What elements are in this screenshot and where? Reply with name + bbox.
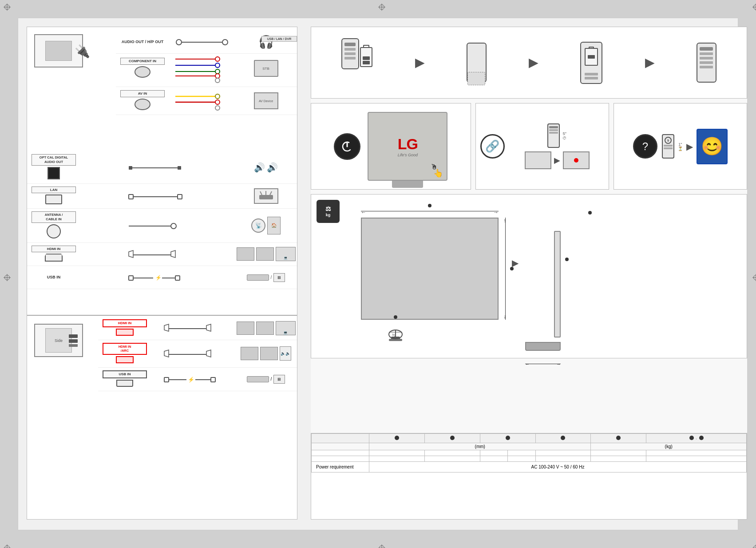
battery-step-3 <box>580 42 602 84</box>
component-in-row: COMPONENT IN <box>116 50 297 87</box>
help-section: ? 9 1"⏳ ▶ 😊 <box>614 103 747 190</box>
usb-in-side-row: USB IN ⚡ / ⊞ <box>98 368 297 391</box>
left-panel: 🔌 AUDIO OUT / H/P OUT 🎧 <box>27 27 297 520</box>
component-in-label: COMPONENT IN <box>120 58 165 79</box>
svg-marker-31 <box>129 250 133 258</box>
wizard-character: 😊 <box>697 129 728 164</box>
kg-icon: ⚖ kg <box>317 200 340 223</box>
usb-cable-side: ⚡ <box>147 373 239 385</box>
optical-row: OPT CAL DIGITALAUDIO OUT 🔊 🔊 <box>27 151 297 184</box>
av-device: AV Device <box>239 92 293 109</box>
av-in-label: AV IN <box>120 90 165 111</box>
av-cable <box>165 90 239 112</box>
audio-out-label: AUDIO OUT / H/P OUT <box>120 40 165 44</box>
hdmi-arc-devices: 🔈🔈 <box>239 346 293 361</box>
usb-in-label: USB IN <box>32 275 76 280</box>
svg-marker-41 <box>206 324 211 331</box>
stand-arrow: ▶ <box>512 258 519 268</box>
hdmi-in-row: HDMI IN 💻 <box>27 243 297 266</box>
lan-cable <box>76 191 239 202</box>
router-device <box>239 188 293 204</box>
component-cable <box>165 53 239 84</box>
usb-in-row: USB IN ⚡ / ⊞ <box>27 266 297 289</box>
svg-rect-22 <box>129 195 133 199</box>
svg-marker-42 <box>164 350 169 357</box>
link-icon: 🔗 <box>480 134 505 159</box>
tv-dimension-box <box>361 218 499 320</box>
svg-rect-34 <box>129 276 133 280</box>
battery-step-4 <box>697 43 716 83</box>
svg-point-8 <box>215 57 220 61</box>
stand-profile: → ← <box>525 231 561 351</box>
hdmi-in-label: HDMI IN <box>32 246 76 263</box>
svg-line-28 <box>270 191 272 195</box>
usb-side-devices: / ⊞ <box>239 375 293 384</box>
svg-point-18 <box>215 106 220 110</box>
battery-section: ▶ ▶ ▶ <box>311 27 747 99</box>
optical-section: OPT CAL DIGITALAUDIO OUT 🔊 🔊 <box>27 151 297 289</box>
audio-cable <box>165 36 239 49</box>
svg-rect-24 <box>178 195 182 199</box>
usb-devices: / ⊞ <box>239 273 293 282</box>
antenna-label: ANTENNA /CABLE IN <box>32 211 76 240</box>
svg-marker-44 <box>206 350 211 357</box>
hdmi-in-side-label: HDMI IN <box>103 319 147 337</box>
tv-rear-icon: 🔌 <box>34 34 83 68</box>
spec-table: · (mm) (kg) <box>311 433 747 520</box>
speakers-device: 🔊 🔊 <box>239 162 293 173</box>
svg-point-16 <box>215 94 220 99</box>
weight-scale: kg <box>383 315 408 344</box>
tv-side-icon: Side <box>34 324 83 357</box>
battery-step-1 <box>341 38 372 87</box>
hdmi-devices: 💻 <box>239 247 293 261</box>
antenna-device: 📡 🏠 <box>239 217 293 234</box>
power-tv-section: LG Life's Good 👆 🖱 <box>311 103 471 190</box>
svg-point-10 <box>215 69 220 74</box>
usb-lan-label: USB / LAN / DVR <box>261 36 297 42</box>
power-req-label: Power requirement <box>312 462 369 473</box>
svg-marker-33 <box>171 250 175 258</box>
power-icon <box>334 133 360 160</box>
right-panel: ▶ ▶ ▶ <box>311 27 747 520</box>
lg-brand: LG <box>398 135 418 153</box>
svg-point-11 <box>215 74 220 78</box>
power-req-value: AC 100-240 V ~ 50 / 60 Hz <box>369 462 747 473</box>
svg-point-17 <box>215 100 220 104</box>
svg-line-26 <box>260 191 262 195</box>
depth-dot <box>588 211 592 214</box>
middle-row: LG Life's Good 👆 🖱 🔗 <box>311 103 747 190</box>
lg-tv-display: LG Life's Good 👆 🖱 <box>368 112 447 181</box>
hdmi-in-side-row: HDMI IN 💻 <box>98 317 297 340</box>
optical-cable <box>76 162 239 173</box>
kg-header: (kg) <box>591 443 747 450</box>
lower-connections: HDMI IN 💻 <box>98 317 297 519</box>
antenna-cable <box>76 220 239 231</box>
svg-text:⚡: ⚡ <box>188 376 194 383</box>
svg-point-12 <box>215 78 220 83</box>
hdmi-cable-side <box>147 322 239 334</box>
svg-text:kg: kg <box>392 333 396 337</box>
stb-device: STB <box>239 60 293 77</box>
connection-section: 🔗 5"⏱ ▶ <box>475 103 609 190</box>
battery-step-2 <box>467 43 487 83</box>
usb-cable: ⚡ <box>76 272 239 283</box>
lan-label: LAN <box>32 187 76 206</box>
svg-rect-49 <box>211 377 215 382</box>
hdmi-arc-cable <box>147 348 239 359</box>
svg-rect-21 <box>178 166 181 170</box>
arrow-2: ▶ <box>529 56 538 70</box>
hdmi-cable <box>76 249 239 260</box>
svg-rect-25 <box>259 195 273 199</box>
help-icon: ? <box>633 134 657 159</box>
antenna-row: ANTENNA /CABLE IN 📡 🏠 <box>27 209 297 243</box>
lan-row: LAN <box>27 184 297 209</box>
hdmi-arc-row: HDMI IN/ARC 🔈🔈 <box>98 340 297 368</box>
svg-rect-38 <box>175 276 180 280</box>
hdmi-arc-label: HDMI IN/ARC <box>103 343 147 365</box>
svg-marker-39 <box>164 324 169 331</box>
svg-point-9 <box>215 63 220 68</box>
arrow-1: ▶ <box>415 56 424 70</box>
height-line: ↑ ↓ <box>505 218 506 320</box>
hdmi-side-devices: 💻 <box>239 321 293 335</box>
dimension-diagram: ← → ↑ ↓ ▶ → <box>348 204 605 342</box>
